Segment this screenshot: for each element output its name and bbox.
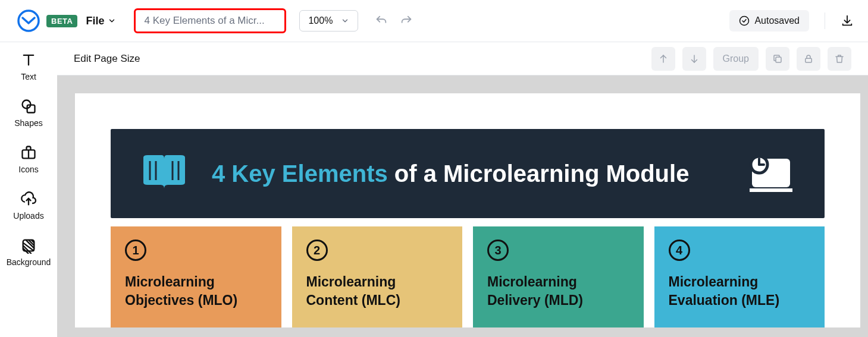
document-title-input[interactable]: 4 Key Elements of a Micr...	[134, 8, 286, 33]
svg-rect-9	[776, 57, 781, 62]
background-icon	[20, 237, 37, 254]
delete-button[interactable]	[828, 47, 851, 71]
zoom-value: 100%	[308, 15, 333, 26]
check-circle-icon	[739, 15, 750, 26]
sidebar-tool-shapes[interactable]: Shapes	[14, 98, 42, 128]
card-title: Microlearning Content (MLC)	[306, 273, 449, 310]
shapes-icon	[20, 98, 37, 115]
move-up-button[interactable]	[651, 47, 675, 71]
top-bar: BETA File 4 Key Elements of a Micr... 10…	[0, 0, 868, 42]
sidebar-tool-uploads[interactable]: Uploads	[13, 191, 43, 221]
group-button[interactable]: Group	[713, 47, 759, 71]
header-banner[interactable]: 4 Key Elements of a Microlearning Module	[111, 129, 825, 218]
card-number: 4	[669, 240, 690, 261]
card-number: 3	[487, 240, 509, 261]
svg-rect-3	[27, 105, 35, 113]
arrow-down-icon	[689, 53, 700, 64]
card-2[interactable]: 2 Microlearning Content (MLC)	[292, 226, 463, 327]
upload-cloud-icon	[20, 191, 37, 207]
canvas-page[interactable]: 4 Key Elements of a Microlearning Module…	[75, 93, 860, 327]
sidebar-tool-label: Shapes	[14, 118, 42, 128]
left-sidebar: Text Shapes Icons Uploads Background	[0, 42, 57, 337]
arrow-up-icon	[658, 53, 669, 64]
chevron-down-icon	[108, 17, 116, 25]
card-1[interactable]: 1 Microlearning Objectives (MLO)	[111, 226, 281, 327]
card-title: Microlearning Delivery (MLD)	[487, 273, 629, 310]
briefcase-icon	[20, 144, 37, 161]
beta-badge: BETA	[46, 15, 77, 27]
lock-icon	[803, 53, 814, 64]
card-number: 2	[306, 240, 328, 261]
svg-rect-19	[750, 188, 792, 192]
undo-icon	[375, 14, 388, 27]
sidebar-tool-icons[interactable]: Icons	[18, 144, 38, 174]
redo-icon	[400, 14, 413, 27]
svg-point-0	[18, 11, 39, 31]
properties-bar: Edit Page Size Group	[57, 42, 868, 75]
app-logo[interactable]	[17, 9, 40, 33]
undo-button[interactable]	[375, 14, 388, 27]
text-icon	[20, 52, 37, 68]
lock-button[interactable]	[797, 47, 820, 71]
sidebar-tool-label: Uploads	[13, 211, 43, 221]
move-down-button[interactable]	[682, 47, 706, 71]
header-rest-text: of a Microlearning Module	[388, 160, 690, 187]
file-menu[interactable]: File	[86, 15, 116, 27]
svg-rect-10	[806, 58, 812, 62]
cards-row: 1 Microlearning Objectives (MLO) 2 Micro…	[111, 226, 825, 327]
book-icon	[140, 153, 188, 194]
projector-icon	[745, 152, 795, 196]
sidebar-tool-background[interactable]: Background	[7, 237, 51, 267]
chevron-down-icon	[341, 17, 349, 25]
zoom-dropdown[interactable]: 100%	[299, 10, 358, 32]
sidebar-tool-label: Text	[21, 72, 36, 81]
edit-page-size-button[interactable]: Edit Page Size	[74, 53, 140, 65]
sidebar-tool-label: Background	[7, 257, 51, 267]
card-3[interactable]: 3 Microlearning Delivery (MLD)	[473, 226, 644, 327]
duplicate-button[interactable]	[766, 47, 789, 71]
sidebar-tool-label: Icons	[18, 165, 38, 174]
download-icon	[841, 14, 854, 27]
card-title: Microlearning Evaluation (MLE)	[669, 273, 811, 310]
header-accent-text: 4 Key Elements	[212, 160, 388, 187]
svg-point-1	[740, 17, 749, 26]
file-menu-label: File	[86, 15, 104, 27]
autosaved-label: Autosaved	[754, 15, 800, 26]
autosaved-status[interactable]: Autosaved	[729, 10, 809, 32]
copy-icon	[772, 53, 783, 64]
sidebar-tool-text[interactable]: Text	[20, 52, 37, 81]
trash-icon	[834, 53, 845, 64]
divider	[825, 12, 825, 29]
card-title: Microlearning Objectives (MLO)	[125, 273, 267, 310]
header-title[interactable]: 4 Key Elements of a Microlearning Module	[212, 160, 721, 187]
undo-redo-group	[375, 14, 413, 27]
card-number: 1	[125, 240, 146, 261]
card-4[interactable]: 4 Microlearning Evaluation (MLE)	[654, 226, 825, 327]
download-button[interactable]	[841, 14, 854, 27]
canvas-area[interactable]: Edit Page Size Group	[57, 42, 868, 337]
redo-button[interactable]	[400, 14, 413, 27]
